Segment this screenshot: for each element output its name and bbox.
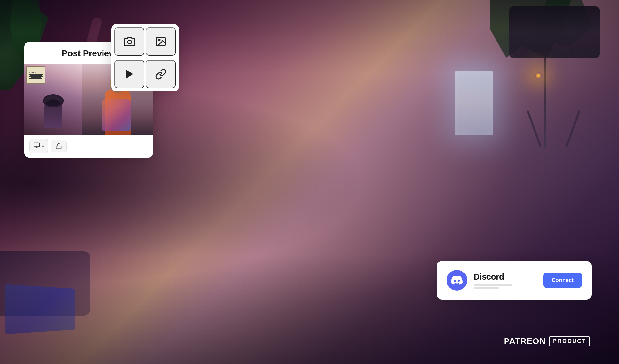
post-preview-footer: ▾ bbox=[24, 135, 153, 158]
chevron-down-icon: ▾ bbox=[42, 144, 44, 148]
discord-icon bbox=[451, 274, 463, 286]
lock-icon bbox=[55, 143, 62, 149]
svg-rect-0 bbox=[34, 143, 40, 147]
discord-bar-2 bbox=[474, 287, 499, 289]
connect-button[interactable]: Connect bbox=[543, 273, 582, 288]
media-divider-horizontal bbox=[116, 58, 174, 58]
preview-device-button[interactable]: ▾ bbox=[29, 139, 48, 153]
media-camera-button[interactable] bbox=[114, 27, 144, 56]
camera-icon bbox=[124, 36, 135, 47]
svg-point-6 bbox=[158, 39, 160, 41]
media-image-button[interactable] bbox=[146, 27, 176, 56]
photo-left: STRIKE! bbox=[24, 64, 82, 135]
svg-point-4 bbox=[128, 40, 132, 44]
media-link-button[interactable] bbox=[146, 60, 176, 88]
device-icon bbox=[34, 142, 40, 150]
patreon-wordmark: PATREON bbox=[504, 336, 546, 346]
discord-card: Discord Connect bbox=[437, 261, 592, 300]
patreon-badge: PATREON PRODUCT bbox=[504, 336, 590, 346]
strike-sign: STRIKE! bbox=[26, 66, 45, 84]
svg-rect-3 bbox=[56, 146, 61, 149]
discord-name: Discord bbox=[474, 272, 537, 282]
discord-subtitle bbox=[474, 284, 537, 289]
image-icon bbox=[155, 36, 167, 47]
media-video-button[interactable] bbox=[114, 60, 144, 88]
discord-bar-1 bbox=[474, 284, 512, 286]
svg-marker-7 bbox=[126, 70, 133, 79]
discord-info: Discord bbox=[474, 272, 537, 289]
link-icon bbox=[155, 68, 167, 80]
media-selector-popup bbox=[111, 24, 179, 91]
discord-logo-wrapper bbox=[447, 270, 467, 291]
preview-lock-button[interactable] bbox=[51, 140, 67, 152]
video-icon bbox=[124, 68, 135, 80]
product-badge: PRODUCT bbox=[549, 336, 590, 346]
